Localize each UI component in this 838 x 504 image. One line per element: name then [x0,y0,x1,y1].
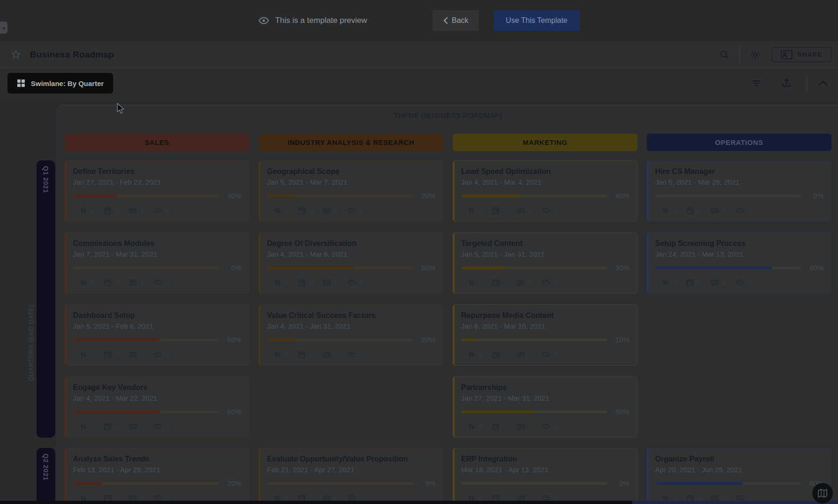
filter-button[interactable] [748,75,766,92]
export-button[interactable] [778,74,795,92]
task-dates: Jan 4, 2021 - Mar 4, 2021 [461,177,629,187]
task-progress-percent: 50% [607,408,629,416]
search-button[interactable] [716,46,733,63]
task-card[interactable]: Dashboard Setup Jan 5, 2021 - Feb 6, 202… [65,304,249,366]
task-card[interactable]: Degree Of Diversification Jan 4, 2021 - … [259,232,443,294]
task-card[interactable]: Hire CS Manager Jan 5, 2021 - Mar 28, 20… [647,160,831,222]
task-calendar-meta: 0 [492,207,507,215]
lane-column-sales: Define Territories Jan 27, 2021 - Feb 22… [65,160,249,438]
comments-count: 0 [334,279,338,287]
comments-count: 0 [140,279,144,287]
task-progress-track [461,266,607,269]
task-card[interactable]: Evaluate Opportunity/Value Proposition F… [259,448,443,504]
task-card[interactable]: Targeted Content Jan 5, 2021 - Jan 31, 2… [453,232,637,294]
horizontal-scrollbar-thumb[interactable] [632,501,838,504]
column-header-operations[interactable]: OPERATIONS [647,134,831,151]
task-card[interactable]: Partnerships Jan 27, 2021 - Mar 31, 2021… [453,376,637,438]
share-button[interactable]: SHARE [772,47,831,62]
task-title: Commissions Modules [73,238,241,249]
calendar-icon [298,279,306,287]
comments-icon [323,351,331,359]
task-subtasks-meta: 0 [274,207,289,215]
task-progress-percent: 10% [607,336,629,344]
task-card[interactable]: Engage Key Vendors Jan 4, 2021 - Mar 22,… [65,376,249,438]
task-progress-row: 60% [73,336,241,344]
lane-column-marketing: Load Speed Optimization Jan 4, 2021 - Ma… [453,160,637,438]
use-this-template-button[interactable]: Use This Template [494,10,580,31]
task-progress-row: 20% [267,336,435,344]
column-header-industry-analysis-research[interactable]: INDUSTRY ANALYSIS & RESEARCH [259,134,443,151]
task-card[interactable]: Load Speed Optimization Jan 4, 2021 - Ma… [453,160,637,222]
task-card[interactable]: Organize Payroll Apr 20, 2021 - Jun 25, … [647,448,831,504]
attachment-icon [736,280,745,286]
comments-count: 0 [722,279,726,287]
task-calendar-meta: 0 [492,279,507,287]
task-card[interactable]: Repurpose Media Content Jan 6, 2021 - Ma… [453,304,637,366]
attachments-count: 0 [360,279,364,287]
subtasks-icon [79,351,87,359]
task-meta-row: 0 0 0 0 [73,279,241,287]
subtasks-icon [274,351,282,359]
filter-icon [751,79,762,88]
task-card[interactable]: Setup Screening Process Jan 24, 2021 - M… [647,232,831,294]
task-progress-fill [73,482,102,485]
attachments-count: 0 [166,279,170,287]
minimap-button[interactable] [812,483,833,504]
lane-label: Q2 2021 [42,448,50,504]
task-progress-track [655,482,801,485]
task-progress-row: 0% [267,479,435,487]
task-meta-row: 0 0 0 0 [267,351,435,359]
calendar-count: 0 [503,351,507,359]
settings-button[interactable] [746,46,764,64]
attachments-count: 0 [748,279,752,287]
task-progress-row: 0% [461,479,629,487]
collapse-panel-button[interactable] [815,77,831,90]
task-progress-track [655,266,801,269]
column-header-sales[interactable]: SALES [65,134,249,151]
task-subtasks-meta: 2 [468,207,483,215]
back-button[interactable]: Back [433,10,479,31]
subtasks-count: 2 [479,207,483,215]
comments-icon [517,207,525,215]
task-card[interactable]: Commissions Modules Jan 7, 2021 - Mar 31… [65,232,249,294]
lane-column-industry-analysis-research: Evaluate Opportunity/Value Proposition F… [259,448,443,504]
preview-bar: » This is a template preview Back Use Th… [0,0,838,41]
task-card[interactable]: Geographical Scope Jan 5, 2021 - Mar 7, … [259,160,443,222]
task-meta-row: 2 0 0 0 [73,351,241,359]
board-title: THEME (BUSINESS ROADMAP) [65,111,831,119]
task-comments-meta: 0 [323,207,338,215]
task-title: Evaluate Opportunity/Value Proposition [267,454,435,464]
task-title: Define Territories [73,166,241,177]
task-meta-row: 0 0 0 0 [73,423,241,431]
task-comments-meta: 0 [129,279,144,287]
attachment-icon [347,352,357,358]
horizontal-scrollbar[interactable] [0,501,838,504]
preview-message: This is a template preview [258,15,367,26]
task-calendar-meta: 0 [492,351,507,359]
task-progress-fill [267,338,296,341]
favorite-star-icon[interactable] [10,49,22,60]
task-progress-row: 0% [655,192,824,200]
comments-count: 0 [528,423,532,431]
header-divider [739,47,740,63]
task-calendar-meta: 0 [104,351,119,359]
column-header-marketing[interactable]: MARKETING [453,134,637,151]
task-meta-row: 0 0 0 0 [461,279,629,287]
view-selector-button[interactable]: Swimlane: By Quarter [7,73,113,94]
lanes-container: Q1 2021 Define Territories Jan 27, 2021 … [36,160,831,504]
calendar-count: 0 [309,279,313,287]
expand-sidebar-tab[interactable]: » [0,22,7,34]
task-card[interactable]: Define Territories Jan 27, 2021 - Feb 22… [65,160,249,222]
task-card[interactable]: ERP Integration Mar 18, 2021 - Apr 13, 2… [453,448,637,504]
calendar-icon [298,207,306,215]
lane-row-q2-2021: Q2 2021 Analyze Sales Trends Feb 13, 202… [36,448,831,504]
export-icon [781,78,792,88]
task-dates: Feb 21, 2021 - Apr 27, 2021 [267,465,435,475]
task-title: Dashboard Setup [73,310,241,321]
task-card[interactable]: Analyze Sales Trends Feb 13, 2021 - Apr … [65,448,249,504]
task-meta-row: 0 0 0 0 [655,207,824,215]
calendar-count: 0 [309,351,313,359]
task-card[interactable]: Value Critical Success Factors Jan 4, 20… [259,304,443,366]
calendar-icon [104,423,112,431]
comments-count: 0 [528,279,532,287]
